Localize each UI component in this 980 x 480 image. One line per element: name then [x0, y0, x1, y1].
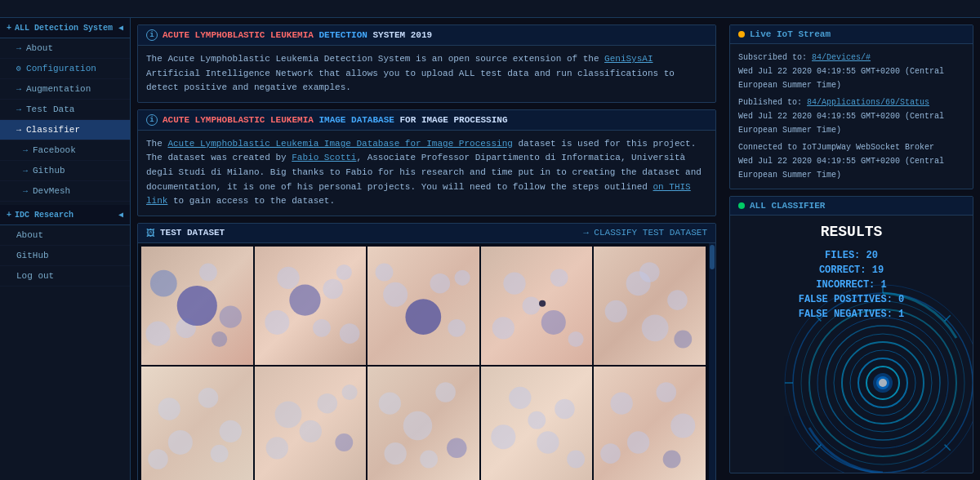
top-nav-tab4[interactable]: [75, 7, 96, 11]
arrow-icon: →: [16, 44, 21, 53]
svg-point-6: [177, 286, 217, 326]
svg-point-31: [675, 330, 693, 348]
title-rest: SYSTEM 2019: [372, 30, 432, 40]
svg-point-51: [509, 386, 531, 408]
svg-point-76: [879, 379, 887, 387]
sidebar-item-logout[interactable]: Log out: [0, 266, 130, 287]
svg-point-58: [657, 382, 677, 402]
arrow-icon3: →: [16, 105, 21, 114]
classifier-panel: ALL CLASSIFIER RESULTS FILES: 20 CORRECT…: [729, 196, 973, 473]
sidebar-item-idc-about[interactable]: About: [0, 225, 130, 246]
svg-point-46: [436, 382, 457, 402]
svg-point-55: [528, 411, 546, 429]
genisysai-link[interactable]: GeniSysAI: [604, 54, 653, 64]
sidebar-idc-about-label: About: [16, 230, 43, 240]
sidebar-item-facebook[interactable]: → Facebook: [0, 140, 130, 161]
svg-point-44: [341, 384, 357, 400]
top-nav-tab1[interactable]: [7, 7, 28, 11]
iot-published-time: Wed Jul 22 2020 04:19:55 GMT+0200 (Centr…: [738, 109, 964, 137]
top-nav-tab2[interactable]: [29, 7, 51, 11]
sidebar-aug-label: Augmentation: [26, 84, 91, 94]
image-cell-1[interactable]: [141, 247, 253, 365]
image-cell-3[interactable]: [368, 247, 479, 365]
svg-point-21: [550, 269, 568, 287]
about-panel-title: ACUTE LYMPHOBLASTIC LEUKEMIA DETECTION S…: [163, 30, 432, 40]
false-neg-label: FALSE NEGATIVES:: [799, 309, 898, 320]
image-cell-6[interactable]: [141, 367, 253, 480]
dataset-body: [138, 243, 715, 480]
svg-point-33: [158, 398, 180, 420]
right-panel: Live IoT Stream Subscribed to: 84/Device…: [723, 18, 980, 480]
sidebar-item-github[interactable]: → Github: [0, 161, 130, 181]
iot-subscribed-link[interactable]: 84/Devices/#: [812, 53, 871, 62]
svg-point-25: [568, 331, 583, 347]
svg-point-12: [336, 264, 351, 280]
dataset-title: TEST DATASET: [160, 228, 225, 238]
image-cell-8[interactable]: [368, 367, 479, 480]
svg-point-26: [539, 300, 546, 306]
image-cell-4[interactable]: [481, 247, 593, 365]
svg-point-61: [663, 450, 681, 468]
sidebar-about-label: About: [26, 43, 53, 53]
title-highlight-red: ACUTE LYMPHOBLASTIC LEUKEMIA: [163, 30, 314, 40]
svg-point-40: [317, 393, 337, 414]
content-area: i ACUTE LYMPHOBLASTIC LEUKEMIA DETECTION…: [131, 18, 723, 480]
sidebar-collapse-icon[interactable]: ◀: [118, 23, 123, 33]
sidebar-section-idc[interactable]: + IDC Research ◀: [0, 205, 130, 225]
svg-point-41: [299, 420, 321, 442]
dataset-scrollbar[interactable]: [709, 243, 715, 480]
svg-point-23: [541, 310, 566, 335]
svg-point-0: [150, 270, 177, 297]
sidebar-item-about[interactable]: → About: [0, 38, 130, 59]
image-cell-10[interactable]: [594, 367, 706, 480]
svg-point-49: [385, 442, 407, 464]
svg-point-35: [220, 420, 242, 442]
iot-body: Subscribed to: 84/Devices/# Wed Jul 22 2…: [730, 44, 973, 189]
image-cell-5[interactable]: [594, 247, 706, 365]
svg-point-47: [403, 411, 433, 440]
iot-subscribed-time: Wed Jul 22 2020 04:19:55 GMT+0200 (Centr…: [738, 64, 964, 92]
all-db-link[interactable]: Acute Lymphoblastic Leukemia Image Datab…: [167, 139, 512, 149]
image-cell-9[interactable]: [481, 367, 593, 480]
dataset-icon: 🖼: [146, 228, 155, 238]
svg-point-28: [668, 290, 688, 310]
iot-header-label: Live IoT Stream: [750, 29, 831, 39]
iot-published-link[interactable]: 84/Applications/69/Status: [807, 98, 929, 107]
classify-btn[interactable]: → CLASSIFY TEST DATASET: [583, 228, 707, 238]
sidebar-devmesh-label: DevMesh: [33, 186, 70, 196]
dataset-panel: 🖼 TEST DATASET → CLASSIFY TEST DATASET: [137, 223, 716, 480]
svg-point-38: [148, 449, 168, 469]
scroll-thumb: [710, 245, 715, 269]
results-title: RESULTS: [821, 224, 883, 240]
iot-published-label: Published to:: [738, 98, 807, 107]
top-nav-tab3[interactable]: [52, 7, 74, 11]
gh-arrow-icon: →: [23, 167, 28, 176]
iot-time1: Wed Jul 22 2020 04:19:55 GMT+0200 (Centr…: [738, 67, 944, 90]
iot-status-dot: [738, 31, 745, 38]
iot-connected-label: Connected to IoTJumpWay WebSocket Broker: [738, 143, 934, 152]
image-db-body: The Acute Lymphoblastic Leukemia Image D…: [138, 131, 715, 216]
image-cell-7[interactable]: [255, 367, 367, 480]
correct-label: CORRECT:: [819, 264, 872, 276]
top-nav-tab5[interactable]: [98, 7, 119, 11]
svg-point-13: [339, 323, 359, 344]
false-pos-label: FALSE POSITIVES:: [799, 294, 898, 305]
title-blue2: IMAGE DATABASE: [318, 115, 394, 125]
cell-dots-6: [141, 367, 253, 480]
svg-point-18: [376, 263, 394, 281]
sidebar-item-classifier[interactable]: → Classifier: [0, 120, 130, 140]
about-panel: i ACUTE LYMPHOBLASTIC LEUKEMIA DETECTION…: [137, 24, 716, 103]
fabio-link[interactable]: Fabio Scotti: [292, 153, 356, 162]
svg-point-14: [383, 282, 408, 307]
sidebar-item-configuration[interactable]: ⚙ Configuration: [0, 59, 130, 79]
sidebar-item-testdata[interactable]: → Test Data: [0, 100, 130, 120]
sidebar-item-augmentation[interactable]: → Augmentation: [0, 79, 130, 100]
image-cell-2[interactable]: [255, 247, 367, 365]
incorrect-label: INCORRECT:: [816, 279, 880, 291]
sidebar-section-idc-label: + IDC Research: [7, 211, 74, 220]
svg-point-42: [335, 433, 353, 451]
sidebar-section-all[interactable]: + ALL Detection System ◀: [0, 18, 130, 38]
sidebar-item-idc-github[interactable]: GitHub: [0, 246, 130, 266]
sidebar-idc-collapse-icon[interactable]: ◀: [118, 210, 123, 220]
sidebar-item-devmesh[interactable]: → DevMesh: [0, 181, 130, 202]
